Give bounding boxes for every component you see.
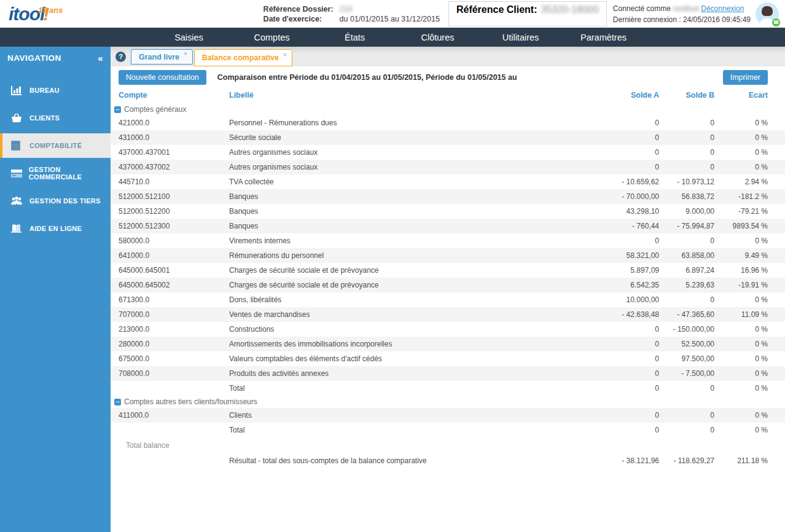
group-total-row[interactable]: Total000 % [111, 423, 785, 437]
cell-solde-b: 56.838,72 [659, 192, 714, 201]
cell-solde-b: 0 [659, 426, 714, 434]
table-row[interactable]: 580000.0Virements internes000 % [111, 233, 785, 248]
logo-badge: 15 ans [38, 6, 63, 15]
cell-ecart: 0 % [714, 237, 768, 245]
collapse-group-icon[interactable]: – [114, 399, 121, 405]
sidebar-item-label: COMPTABILITÉ [29, 142, 82, 149]
sidebar-item-clients[interactable]: CLIENTS [0, 106, 111, 130]
table-row[interactable]: 437000.437002Autres organismes sociaux00… [111, 160, 785, 174]
sidebar-item-label: GESTION DES TIERS [29, 197, 101, 205]
sidebar-item-bureau[interactable]: BUREAU [0, 78, 111, 103]
cell-solde-a: 0 [592, 325, 659, 334]
col-header-libelle[interactable]: Libellé [229, 91, 592, 100]
cell-ecart: 0 % [714, 133, 768, 142]
cell-libelle: Ventes de marchandises [229, 310, 592, 319]
tab-grand-livre[interactable]: Grand livre× [131, 49, 193, 65]
cell-ecart: 9.49 % [714, 251, 768, 260]
cell-libelle: Banques [229, 192, 592, 201]
cell-libelle: Résultat - total des sous-comptes de la … [229, 456, 592, 465]
table-row[interactable]: 707000.0Ventes de marchandises- 42.638,4… [111, 307, 785, 322]
cell-ecart: -181.2 % [714, 192, 768, 201]
cell-solde-a: 43.298,10 [592, 207, 659, 216]
cell-solde-a: - 10.659,62 [592, 178, 659, 186]
cell-solde-b: 0 [659, 384, 714, 393]
cell-compte: 512000.512300 [119, 222, 229, 230]
main-menu-bar: SaisiesComptesÉtatsClôturesUtilitairesPa… [0, 28, 785, 47]
cell-solde-a: - 70.000,00 [592, 192, 659, 201]
table-row[interactable]: 512000.512300Banques- 760,44- 75.994,879… [111, 219, 785, 233]
cell-libelle: Charges de sécurité sociale et de prévoy… [229, 266, 592, 275]
logout-link[interactable]: Déconnexion [701, 4, 744, 13]
cell-solde-b: - 47.365,60 [659, 310, 714, 319]
table-row[interactable]: 421000.0Personnel - Rémunerations dues00… [111, 115, 785, 130]
col-header-solde-b[interactable]: Solde B [659, 91, 714, 100]
menu-item-clotures[interactable]: Clôtures [396, 33, 479, 42]
table-row[interactable]: 512000.512100Banques- 70.000,0056.838,72… [111, 189, 785, 204]
table-header-row: Compte Libellé Solde A Solde B Ecart [111, 87, 785, 103]
sidebar-item-aide-en-ligne[interactable]: AIDE EN LIGNE [0, 216, 111, 241]
cell-ecart: 0 % [714, 354, 768, 363]
cell-libelle: Dons, libéralités [229, 295, 592, 304]
cell-libelle: Total [229, 384, 592, 393]
phone-status-icon: ☎ [771, 18, 781, 27]
cell-compte: 437000.437001 [119, 148, 229, 157]
table-row[interactable]: 445710.0TVA collectée- 10.659,62- 10.973… [111, 174, 785, 189]
cell-libelle: Personnel - Rémunerations dues [229, 119, 592, 127]
cell-ecart: 0 % [714, 411, 768, 420]
table-row[interactable]: 437000.437001Autres organismes sociaux00… [111, 145, 785, 160]
help-icon[interactable]: ? [115, 52, 126, 62]
sidebar-item-gestion-commerciale[interactable]: GESTION COMMERCIALE [0, 161, 111, 186]
cell-compte: 675000.0 [119, 354, 229, 363]
cell-libelle: Charges de sécurité sociale et de prévoy… [229, 281, 592, 289]
cell-solde-b: 0 [659, 133, 714, 142]
table-row[interactable]: 645000.645002Charges de sécurité sociale… [111, 278, 785, 292]
tab-close-icon[interactable]: × [283, 52, 287, 58]
menu-item-saisies[interactable]: Saisies [147, 33, 230, 42]
table-row[interactable]: 645000.645001Charges de sécurité sociale… [111, 263, 785, 278]
new-consultation-button[interactable]: Nouvelle consultation [119, 70, 206, 85]
col-header-ecart[interactable]: Ecart [714, 91, 768, 100]
table-row[interactable]: 675000.0Valeurs comptables des éléments … [111, 351, 785, 366]
tab-close-icon[interactable]: × [184, 50, 187, 57]
col-header-solde-a[interactable]: Solde A [592, 91, 659, 100]
book-icon [11, 224, 23, 233]
table-row[interactable]: 411000.0Clients000 % [111, 408, 785, 423]
menu-item-utilitaires[interactable]: Utilitaires [479, 33, 562, 42]
sidebar-item-gestion-des-tiers[interactable]: GESTION DES TIERS [0, 189, 111, 213]
cell-libelle: TVA collectée [229, 178, 592, 186]
cell-solde-b: 0 [659, 237, 714, 245]
result-row[interactable]: Résultat - total des sous-comptes de la … [111, 453, 785, 468]
cell-solde-a: 58.321,00 [592, 251, 659, 260]
menu-item-parametres[interactable]: Paramètres [562, 33, 645, 42]
collapse-group-icon[interactable]: – [114, 106, 121, 113]
tab-balance-comparative[interactable]: Balance comparative× [194, 49, 292, 66]
sidebar-collapse-icon[interactable]: « [98, 53, 103, 63]
tabs-container: Grand livre×Balance comparative× [131, 49, 294, 66]
cell-solde-b: 0 [659, 411, 714, 420]
support-avatar[interactable]: ☎ [756, 2, 779, 26]
cell-libelle: Amortissements des immobilisations incor… [229, 340, 592, 348]
col-header-compte[interactable]: Compte [119, 91, 229, 100]
table-row[interactable]: 641000.0Rémunerations du personnel58.321… [111, 248, 785, 263]
table-row[interactable]: 280000.0Amortissements des immobilisatio… [111, 337, 785, 351]
table-row[interactable]: 431000.0Sécurite sociale000 % [111, 130, 785, 145]
cell-solde-a: - 760,44 [592, 222, 659, 230]
menu-item-etats[interactable]: États [313, 33, 396, 42]
print-button[interactable]: Imprimer [723, 70, 768, 85]
cell-libelle: Clients [229, 411, 592, 420]
cell-compte: 280000.0 [119, 340, 229, 348]
table-row[interactable]: 708000.0Produits des activités annexes0-… [111, 366, 785, 381]
table-row[interactable]: 213000.0Constructions0- 150.000,000 % [111, 322, 785, 337]
sidebar-item-comptabilite[interactable]: COMPTABILITÉ [0, 133, 111, 158]
table-row[interactable]: 512000.512200Banques43.298,109.000,00-79… [111, 204, 785, 219]
table-row[interactable]: 671300.0Dons, libéralités10.000,0000 % [111, 292, 785, 307]
cell-compte: 707000.0 [119, 310, 229, 319]
cell-compte: 445710.0 [119, 178, 229, 186]
cell-compte: 641000.0 [119, 251, 229, 260]
app-logo: 15 ans itool! [0, 5, 111, 23]
basket-icon [11, 114, 23, 123]
cell-ecart: 2.94 % [714, 178, 768, 186]
cell-solde-b: 0 [659, 295, 714, 304]
menu-item-comptes[interactable]: Comptes [230, 33, 313, 42]
group-total-row[interactable]: Total000 % [111, 381, 785, 396]
